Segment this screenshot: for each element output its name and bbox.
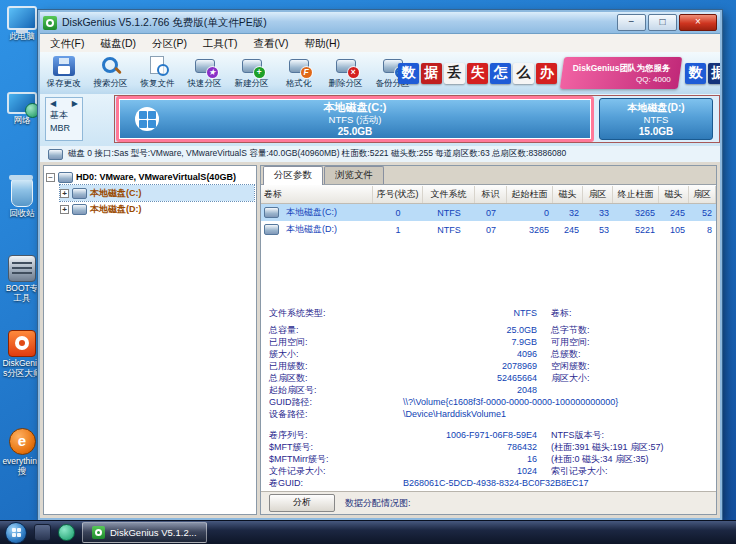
partition-map: 本地磁盘(C:) NTFS (活动) 25.0GB 本地磁盘(D:) NTFS … [114, 95, 720, 143]
tree-item-label: 本地磁盘(C:) [90, 185, 142, 201]
desktop-icon-network[interactable]: 网络 [1, 92, 43, 126]
table-row-d[interactable]: 本地磁盘(D:) 1 NTFS 07 3265 245 53 5221 105 … [261, 221, 716, 238]
disk-nav-prev-button[interactable]: ◀ [50, 99, 56, 108]
cell-filesystem: NTFS [423, 225, 475, 235]
ad-tile[interactable]: 数 [685, 63, 706, 84]
desktop-icon-this-pc[interactable]: 此电脑 [1, 6, 43, 42]
menu-view[interactable]: 查看(V) [245, 34, 296, 52]
partition-icon [264, 207, 279, 218]
detail-row: 总扇区数:52465664扇区大小: [269, 373, 708, 384]
tree-item-disk-d[interactable]: + 本地磁盘(D:) [60, 201, 254, 217]
disk-overview-bar: ◀ ▶ 基本 MBR 本地磁盘(C:) NTFS (活动) 25.0GB [40, 94, 720, 147]
partition-block-d[interactable]: 本地磁盘(D:) NTFS 15.0GB [599, 98, 713, 140]
tab-browse-files[interactable]: 浏览文件 [324, 166, 384, 184]
partition-name: 本地磁盘(D:) [627, 101, 684, 114]
new-partition-icon: + [241, 56, 263, 76]
desktop-icon-boot-tool[interactable]: BOOT专工具 [1, 255, 43, 303]
ad-banner-team[interactable]: DiskGenius团队为您服务 QQ: 4000 [560, 57, 682, 89]
toolbar-format[interactable]: F 格式化 [275, 52, 322, 94]
menu-partition[interactable]: 分区(P) [144, 34, 195, 52]
title-bar[interactable]: DiskGenius V5.1.2.766 免费版(单文件PE版) − □ × [40, 12, 720, 34]
menu-file[interactable]: 文件(F) [42, 34, 92, 52]
cell-head2: 245 [659, 208, 689, 218]
taskbar-app-diskgenius[interactable]: DiskGenius V5.1.2... [82, 522, 207, 543]
detail-value: 7.9GB [369, 337, 537, 348]
partition-filesystem: NTFS (活动) [324, 114, 387, 126]
right-panel: 分区参数 浏览文件 卷标 序号(状态) 文件系统 标识 起始柱面 磁头 扇区 终… [260, 165, 717, 515]
window-title: DiskGenius V5.1.2.766 免费版(单文件PE版) [62, 16, 615, 30]
cell-sector2: 8 [689, 225, 716, 235]
partition-block-c[interactable]: 本地磁盘(C:) NTFS (活动) 25.0GB [116, 96, 594, 142]
panel-footer: 分析 数据分配情况图: [261, 491, 716, 514]
partition-icon [264, 224, 279, 235]
detail-value: 2078969 [369, 361, 537, 372]
maximize-button[interactable]: □ [648, 14, 677, 31]
partition-size: 25.0GB [324, 126, 387, 138]
detail-row: 文件系统类型:NTFS卷标: [269, 308, 708, 319]
recycle-bin-icon [11, 178, 33, 207]
menu-help[interactable]: 帮助(H) [296, 34, 348, 52]
close-button[interactable]: × [679, 14, 717, 31]
format-icon: F [288, 56, 310, 76]
desktop-icon-recycle-bin[interactable]: 回收站 [1, 178, 43, 219]
desktop-icon-label: everything搜 [2, 457, 42, 476]
start-button[interactable] [5, 522, 27, 544]
disk-nav-next-button[interactable]: ▶ [72, 99, 78, 108]
tab-partition-params[interactable]: 分区参数 [263, 166, 323, 185]
toolbar-recover-files[interactable]: 恢复文件 [134, 52, 181, 94]
detail-value: 786432 [369, 442, 537, 453]
detail-value: \\?\Volume{c1608f3f-0000-0000-0000-10000… [369, 397, 708, 408]
ad-tile[interactable]: 办 [536, 63, 557, 84]
desktop-icon-label: DiskGenius分区大师 [2, 359, 42, 378]
desktop-icon-everything[interactable]: e everything搜 [1, 428, 43, 476]
detail-row: 设备路径:\Device\HarddiskVolume1 [269, 409, 708, 420]
cell-sector2: 52 [689, 208, 716, 218]
menu-tools[interactable]: 工具(T) [195, 34, 245, 52]
detail-label-2: 总簇数: [537, 349, 708, 360]
ad-banner-title: DiskGenius团队为您服务 [563, 63, 681, 75]
toolbar-delete-partition[interactable]: × 删除分区 [322, 52, 369, 94]
ad-tile[interactable]: 么 [513, 63, 534, 84]
delete-partition-icon: × [335, 56, 357, 76]
detail-value: 52465664 [369, 373, 537, 384]
detail-label-2: 扇区大小: [537, 373, 708, 384]
tree-root-disk[interactable]: − HD0: VMware, VMwareVirtualS(40GB) [46, 169, 254, 185]
detail-row: 卷序列号:1006-F971-06F8-59E4NTFS版本号: [269, 430, 708, 441]
table-row-c[interactable]: 本地磁盘(C:) 0 NTFS 07 0 32 33 3265 245 52 [261, 204, 716, 221]
quick-launch-icon-2[interactable] [58, 524, 75, 541]
toolbar-search-partition[interactable]: 搜索分区 [87, 52, 134, 94]
ad-tile[interactable]: 失 [467, 63, 488, 84]
toolbar-save-changes[interactable]: 保存更改 [40, 52, 87, 94]
minimize-button[interactable]: − [617, 14, 646, 31]
col-end-cylinder: 终止柱面 [613, 186, 659, 203]
menu-disk[interactable]: 磁盘(D) [92, 34, 144, 52]
col-head2: 磁头 [659, 186, 689, 203]
analyze-button[interactable]: 分析 [269, 494, 335, 512]
cell-volume: 本地磁盘(C:) [282, 206, 341, 219]
toolbar: 保存更改 搜索分区 恢复文件 ★ 快速分区 + 新建分区 F 格式化 [40, 52, 720, 95]
detail-label: 卷GUID: [269, 478, 369, 489]
col-sector: 扇区 [583, 186, 613, 203]
boot-tool-icon [8, 255, 36, 282]
expand-toggle-icon[interactable]: + [60, 189, 69, 198]
detail-value: 1024 [369, 466, 537, 477]
tree-item-disk-c[interactable]: + 本地磁盘(C:) [60, 185, 254, 201]
toolbar-new-partition[interactable]: + 新建分区 [228, 52, 275, 94]
ad-tile[interactable]: 丢 [444, 63, 465, 84]
ad-tile[interactable]: 数 [398, 63, 419, 84]
ad-tile[interactable]: 据 [421, 63, 442, 84]
toolbar-quick-partition[interactable]: ★ 快速分区 [181, 52, 228, 94]
quick-launch-icon-1[interactable] [34, 524, 51, 541]
ad-tile[interactable]: 怎 [490, 63, 511, 84]
collapse-toggle-icon[interactable]: − [46, 173, 55, 182]
detail-label-2: (柱面:0 磁头:34 扇区:35) [537, 454, 708, 465]
toolbar-label: 删除分区 [329, 78, 363, 90]
expand-toggle-icon[interactable]: + [60, 205, 69, 214]
detail-row: 总容量:25.0GB总字节数: [269, 325, 708, 336]
toolbar-label: 格式化 [286, 78, 312, 90]
cell-end-cylinder: 3265 [613, 208, 659, 218]
toolbar-label: 保存更改 [47, 78, 81, 90]
ad-tile[interactable]: 据 [708, 63, 720, 84]
desktop-icon-diskgenius[interactable]: DiskGenius分区大师 [1, 330, 43, 378]
disk-info-text: 磁盘 0 接口:Sas 型号:VMware, VMwareVirtualS 容量… [68, 148, 566, 160]
